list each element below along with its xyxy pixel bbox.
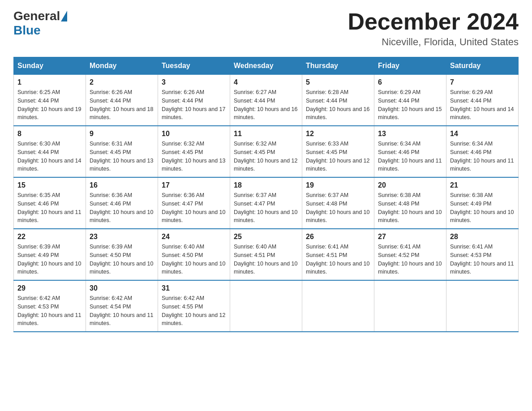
- calendar-cell: 29Sunrise: 6:42 AMSunset: 4:53 PMDayligh…: [14, 280, 86, 332]
- day-number: 5: [306, 78, 370, 86]
- day-info: Sunrise: 6:34 AMSunset: 4:46 PMDaylight:…: [450, 140, 515, 173]
- day-number: 22: [17, 233, 82, 241]
- day-number: 2: [90, 78, 154, 86]
- day-info: Sunrise: 6:36 AMSunset: 4:47 PMDaylight:…: [162, 191, 226, 225]
- day-info: Sunrise: 6:38 AMSunset: 4:49 PMDaylight:…: [450, 191, 515, 225]
- day-number: 20: [378, 181, 442, 189]
- calendar-cell: 2Sunrise: 6:26 AMSunset: 4:44 PMDaylight…: [86, 75, 158, 126]
- day-number: 12: [306, 130, 370, 138]
- calendar-cell: 23Sunrise: 6:39 AMSunset: 4:50 PMDayligh…: [86, 229, 158, 280]
- calendar-header: SundayMondayTuesdayWednesdayThursdayFrid…: [14, 57, 519, 75]
- day-number: 25: [234, 233, 298, 241]
- day-number: 17: [162, 181, 226, 189]
- day-number: 7: [450, 78, 515, 86]
- calendar-week-row: 8Sunrise: 6:30 AMSunset: 4:44 PMDaylight…: [14, 126, 519, 177]
- day-info: Sunrise: 6:41 AMSunset: 4:52 PMDaylight:…: [378, 243, 442, 276]
- day-info: Sunrise: 6:36 AMSunset: 4:46 PMDaylight:…: [90, 191, 154, 225]
- day-number: 14: [450, 130, 515, 138]
- calendar-cell: 16Sunrise: 6:36 AMSunset: 4:46 PMDayligh…: [86, 177, 158, 229]
- day-number: 10: [162, 130, 226, 138]
- day-info: Sunrise: 6:30 AMSunset: 4:44 PMDaylight:…: [17, 140, 82, 173]
- weekday-header-sunday: Sunday: [14, 57, 86, 75]
- calendar-cell: 7Sunrise: 6:29 AMSunset: 4:44 PMDaylight…: [446, 75, 519, 126]
- calendar-cell: 27Sunrise: 6:41 AMSunset: 4:52 PMDayligh…: [374, 229, 446, 280]
- calendar-cell: 8Sunrise: 6:30 AMSunset: 4:44 PMDaylight…: [14, 126, 86, 177]
- day-number: 18: [234, 181, 298, 189]
- weekday-header-monday: Monday: [86, 57, 158, 75]
- day-info: Sunrise: 6:40 AMSunset: 4:50 PMDaylight:…: [162, 243, 226, 276]
- day-info: Sunrise: 6:26 AMSunset: 4:44 PMDaylight:…: [90, 88, 154, 122]
- calendar-cell: 6Sunrise: 6:29 AMSunset: 4:44 PMDaylight…: [374, 75, 446, 126]
- calendar-cell: 10Sunrise: 6:32 AMSunset: 4:45 PMDayligh…: [158, 126, 230, 177]
- calendar-cell: 25Sunrise: 6:40 AMSunset: 4:51 PMDayligh…: [230, 229, 302, 280]
- day-info: Sunrise: 6:41 AMSunset: 4:51 PMDaylight:…: [306, 243, 370, 276]
- weekday-header-wednesday: Wednesday: [230, 57, 302, 75]
- day-number: 24: [162, 233, 226, 241]
- day-info: Sunrise: 6:32 AMSunset: 4:45 PMDaylight:…: [234, 140, 298, 173]
- calendar-body: 1Sunrise: 6:25 AMSunset: 4:44 PMDaylight…: [14, 75, 519, 332]
- calendar-table: SundayMondayTuesdayWednesdayThursdayFrid…: [13, 57, 519, 332]
- day-info: Sunrise: 6:42 AMSunset: 4:53 PMDaylight:…: [17, 294, 82, 328]
- page-subtitle: Niceville, Florida, United States: [348, 36, 519, 48]
- calendar-cell: 30Sunrise: 6:42 AMSunset: 4:54 PMDayligh…: [86, 280, 158, 332]
- calendar-cell: 14Sunrise: 6:34 AMSunset: 4:46 PMDayligh…: [446, 126, 519, 177]
- calendar-cell: [374, 280, 446, 332]
- day-number: 1: [17, 78, 82, 86]
- day-number: 8: [17, 130, 82, 138]
- day-number: 3: [162, 78, 226, 86]
- day-number: 28: [450, 233, 515, 241]
- calendar-cell: 12Sunrise: 6:33 AMSunset: 4:45 PMDayligh…: [302, 126, 374, 177]
- logo: General Blue: [13, 9, 67, 38]
- day-info: Sunrise: 6:29 AMSunset: 4:44 PMDaylight:…: [378, 88, 442, 122]
- calendar-cell: 21Sunrise: 6:38 AMSunset: 4:49 PMDayligh…: [446, 177, 519, 229]
- day-info: Sunrise: 6:34 AMSunset: 4:46 PMDaylight:…: [378, 140, 442, 173]
- calendar-week-row: 1Sunrise: 6:25 AMSunset: 4:44 PMDaylight…: [14, 75, 519, 126]
- day-number: 19: [306, 181, 370, 189]
- day-info: Sunrise: 6:33 AMSunset: 4:45 PMDaylight:…: [306, 140, 370, 173]
- calendar-cell: 24Sunrise: 6:40 AMSunset: 4:50 PMDayligh…: [158, 229, 230, 280]
- calendar-cell: [446, 280, 519, 332]
- day-info: Sunrise: 6:26 AMSunset: 4:44 PMDaylight:…: [162, 88, 226, 122]
- day-info: Sunrise: 6:25 AMSunset: 4:44 PMDaylight:…: [17, 88, 82, 122]
- day-number: 6: [378, 78, 442, 86]
- day-number: 11: [234, 130, 298, 138]
- day-info: Sunrise: 6:28 AMSunset: 4:44 PMDaylight:…: [306, 88, 370, 122]
- weekday-header-friday: Friday: [374, 57, 446, 75]
- logo-general-text: General: [13, 9, 60, 23]
- day-number: 26: [306, 233, 370, 241]
- day-number: 16: [90, 181, 154, 189]
- day-info: Sunrise: 6:38 AMSunset: 4:48 PMDaylight:…: [378, 191, 442, 225]
- day-info: Sunrise: 6:37 AMSunset: 4:47 PMDaylight:…: [234, 191, 298, 225]
- calendar-cell: 31Sunrise: 6:42 AMSunset: 4:55 PMDayligh…: [158, 280, 230, 332]
- calendar-cell: 3Sunrise: 6:26 AMSunset: 4:44 PMDaylight…: [158, 75, 230, 126]
- day-number: 30: [90, 284, 154, 292]
- calendar-cell: 13Sunrise: 6:34 AMSunset: 4:46 PMDayligh…: [374, 126, 446, 177]
- calendar-week-row: 29Sunrise: 6:42 AMSunset: 4:53 PMDayligh…: [14, 280, 519, 332]
- calendar-cell: 11Sunrise: 6:32 AMSunset: 4:45 PMDayligh…: [230, 126, 302, 177]
- calendar-cell: 19Sunrise: 6:37 AMSunset: 4:48 PMDayligh…: [302, 177, 374, 229]
- calendar-cell: 18Sunrise: 6:37 AMSunset: 4:47 PMDayligh…: [230, 177, 302, 229]
- day-info: Sunrise: 6:42 AMSunset: 4:54 PMDaylight:…: [90, 294, 154, 328]
- weekday-header-saturday: Saturday: [446, 57, 519, 75]
- day-info: Sunrise: 6:39 AMSunset: 4:50 PMDaylight:…: [90, 243, 154, 276]
- calendar-cell: 17Sunrise: 6:36 AMSunset: 4:47 PMDayligh…: [158, 177, 230, 229]
- calendar-cell: 28Sunrise: 6:41 AMSunset: 4:53 PMDayligh…: [446, 229, 519, 280]
- day-number: 21: [450, 181, 515, 189]
- calendar-cell: [302, 280, 374, 332]
- day-info: Sunrise: 6:32 AMSunset: 4:45 PMDaylight:…: [162, 140, 226, 173]
- day-number: 27: [378, 233, 442, 241]
- calendar-week-row: 15Sunrise: 6:35 AMSunset: 4:46 PMDayligh…: [14, 177, 519, 229]
- calendar-cell: 4Sunrise: 6:27 AMSunset: 4:44 PMDaylight…: [230, 75, 302, 126]
- weekday-header-thursday: Thursday: [302, 57, 374, 75]
- calendar-cell: 1Sunrise: 6:25 AMSunset: 4:44 PMDaylight…: [14, 75, 86, 126]
- calendar-cell: 15Sunrise: 6:35 AMSunset: 4:46 PMDayligh…: [14, 177, 86, 229]
- page-header: General Blue December 2024 Niceville, Fl…: [13, 9, 519, 48]
- calendar-week-row: 22Sunrise: 6:39 AMSunset: 4:49 PMDayligh…: [14, 229, 519, 280]
- day-number: 4: [234, 78, 298, 86]
- logo-blue-text: Blue: [13, 23, 67, 38]
- calendar-cell: 20Sunrise: 6:38 AMSunset: 4:48 PMDayligh…: [374, 177, 446, 229]
- day-number: 29: [17, 284, 82, 292]
- day-number: 23: [90, 233, 154, 241]
- day-info: Sunrise: 6:29 AMSunset: 4:44 PMDaylight:…: [450, 88, 515, 122]
- day-info: Sunrise: 6:39 AMSunset: 4:49 PMDaylight:…: [17, 243, 82, 276]
